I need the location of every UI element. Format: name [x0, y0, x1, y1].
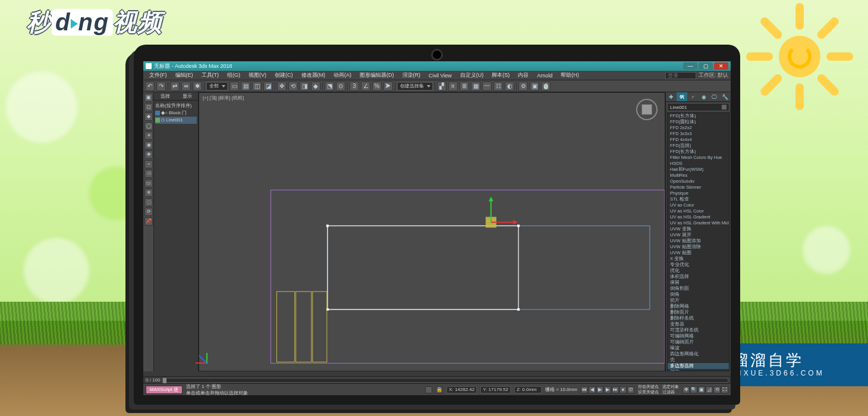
- time-config-button[interactable]: ⏱: [627, 386, 634, 393]
- render-setup-button[interactable]: ⚙: [518, 82, 528, 91]
- modifier-item[interactable]: HSDS: [668, 161, 729, 167]
- color-swatch[interactable]: [722, 105, 727, 110]
- link-button[interactable]: ⇄: [170, 82, 180, 91]
- modifier-item[interactable]: FFD(选择): [668, 143, 729, 149]
- ref-coord-button[interactable]: ⬔: [325, 82, 334, 91]
- modifier-item[interactable]: Filter Mesh Colors By Hue: [668, 155, 729, 161]
- menu-item[interactable]: 自定义(U): [457, 71, 488, 79]
- frozen-button[interactable]: ❄: [144, 189, 153, 197]
- modifier-item[interactable]: FFD 4x4x4: [668, 137, 729, 143]
- time-slider[interactable]: 0 / 100: [143, 376, 731, 383]
- menu-item[interactable]: 组(G): [224, 71, 244, 79]
- modifier-item[interactable]: 噪波: [668, 345, 729, 351]
- key-mode-button[interactable]: ●: [619, 386, 627, 393]
- modifier-item[interactable]: 体积选择: [668, 274, 729, 280]
- modifier-item[interactable]: Physique: [668, 190, 729, 196]
- curve-editor-button[interactable]: 〰: [482, 82, 492, 91]
- modifier-item[interactable]: 可编辑面片: [668, 339, 729, 345]
- shape-filter-button[interactable]: ◯: [144, 122, 153, 130]
- window-crossing-button[interactable]: ◪: [263, 82, 273, 91]
- coord-z-field[interactable]: Z: 0.0mm: [514, 386, 542, 393]
- modifier-item[interactable]: FFD(长方体): [668, 149, 729, 155]
- modifier-item[interactable]: 对称: [668, 369, 729, 371]
- window-close-button[interactable]: ✕: [714, 62, 728, 70]
- menu-item[interactable]: 图形编辑器(D): [356, 71, 398, 79]
- modifier-item[interactable]: 可渲染样条线: [668, 327, 729, 333]
- helper-filter-button[interactable]: ✚: [144, 151, 153, 159]
- setkey-label[interactable]: 设置关键点: [638, 390, 659, 395]
- modifier-item[interactable]: STL 检查: [668, 196, 729, 202]
- render-button[interactable]: 🍵: [541, 82, 551, 91]
- create-tab[interactable]: ✚: [666, 92, 677, 101]
- maximize-viewport-button[interactable]: ⛶: [721, 386, 728, 393]
- signin-field[interactable]: [665, 72, 696, 79]
- select-name-button[interactable]: ▤: [241, 82, 250, 91]
- modify-tab[interactable]: 🛠: [677, 92, 687, 101]
- viewport[interactable]: [+] [顶] [标准] [线框]: [199, 92, 665, 371]
- material-editor-button[interactable]: ◐: [505, 82, 514, 91]
- selected-label[interactable]: 选定对象: [662, 384, 679, 389]
- select-object-button[interactable]: ▭: [229, 82, 239, 91]
- fov-button[interactable]: ◿: [706, 386, 713, 393]
- bone-filter-button[interactable]: ⦵: [144, 170, 153, 178]
- modifier-item[interactable]: UVW 贴图清除: [668, 244, 729, 250]
- modifier-item[interactable]: FFD(长方体): [668, 113, 729, 119]
- modifier-item[interactable]: FFD 3x3x3: [668, 131, 729, 137]
- snap-toggle-button[interactable]: 3: [350, 82, 359, 91]
- modifier-item[interactable]: 专业优化: [668, 262, 729, 268]
- modifier-item[interactable]: 倒角: [668, 292, 729, 298]
- menu-item[interactable]: 帮助(H): [557, 71, 583, 79]
- time-track[interactable]: [162, 378, 728, 383]
- modifier-item[interactable]: UVW 展开: [668, 232, 729, 238]
- modifier-item[interactable]: 可编辑网格: [668, 333, 729, 339]
- keyfilters-label[interactable]: 过滤器: [662, 390, 679, 395]
- goto-start-button[interactable]: ⏮: [581, 386, 588, 393]
- tab-select[interactable]: 选择: [154, 92, 176, 100]
- placement-button[interactable]: ◆: [311, 82, 320, 91]
- window-titlebar[interactable]: 无标题 - Autodesk 3ds Max 2018 — ▢ ✕: [143, 61, 731, 71]
- modifier-item[interactable]: UVW 变换: [668, 226, 729, 232]
- modifier-item[interactable]: UV as HSL Color: [668, 208, 729, 214]
- modifier-item[interactable]: X 变换: [668, 256, 729, 262]
- redo-button[interactable]: ↷: [156, 82, 166, 91]
- menu-item[interactable]: Arnold: [533, 73, 556, 79]
- layer-button[interactable]: ≣: [460, 82, 469, 91]
- motion-tab[interactable]: ◉: [699, 92, 709, 101]
- modifier-item[interactable]: UVW 贴图添加: [668, 238, 729, 244]
- modifier-item[interactable]: 倒角剖面: [668, 286, 729, 292]
- modifier-item[interactable]: UV as Color: [668, 202, 729, 208]
- viewport-canvas[interactable]: [199, 93, 665, 371]
- modifier-item[interactable]: 四边形网格化: [668, 351, 729, 357]
- modifier-item[interactable]: Hair和Fur(WSM): [668, 167, 729, 173]
- prev-frame-button[interactable]: ◀: [589, 386, 596, 393]
- modifier-item[interactable]: UVW 贴图: [668, 250, 729, 256]
- display-none-button[interactable]: ◻: [144, 103, 153, 111]
- zoom-extents-button[interactable]: ▣: [698, 386, 705, 393]
- menu-item[interactable]: 创建(C): [271, 71, 297, 79]
- scene-explorer[interactable]: 选择 显示 名称(按升序排序) ◆○ Block:门 ◇ Line001: [154, 92, 199, 371]
- camera-filter-button[interactable]: ◉: [144, 141, 153, 149]
- modifier-item[interactable]: OpenSubdiv: [668, 179, 729, 184]
- orbit-button[interactable]: ⟲: [713, 386, 721, 393]
- modifier-item[interactable]: 删除网格: [668, 304, 729, 309]
- play-button[interactable]: ▶: [596, 386, 603, 393]
- tab-display[interactable]: 显示: [176, 92, 198, 100]
- coord-y-field[interactable]: Y: 17179.52: [480, 386, 511, 393]
- menu-item[interactable]: Civil View: [425, 73, 455, 79]
- selection-filter-dropdown[interactable]: 全部: [206, 82, 228, 90]
- geometry-filter-button[interactable]: ◆: [144, 112, 153, 121]
- modifier-item[interactable]: 删除面片: [668, 309, 729, 315]
- modifier-item[interactable]: FFD 2x2x2: [668, 125, 729, 131]
- modifier-item[interactable]: 多边形选择: [668, 363, 729, 369]
- maxscript-button[interactable]: MAXScript 迷: [146, 386, 183, 394]
- modifier-item[interactable]: MultiRes: [668, 173, 729, 179]
- lock-icon[interactable]: 🔒: [436, 386, 443, 393]
- coord-x-field[interactable]: X: 14282.42: [446, 386, 477, 393]
- spacewarp-filter-button[interactable]: ⌁: [144, 160, 153, 168]
- modifier-item[interactable]: UV as HSL Gradient: [668, 214, 729, 220]
- menu-item[interactable]: 文件(F): [146, 71, 171, 79]
- workspace-label[interactable]: 工作区: 默认: [699, 71, 728, 79]
- menu-item[interactable]: 动画(A): [330, 71, 355, 79]
- bind-button[interactable]: ✱: [193, 82, 202, 91]
- autokey-label[interactable]: 自动关键点: [638, 384, 659, 389]
